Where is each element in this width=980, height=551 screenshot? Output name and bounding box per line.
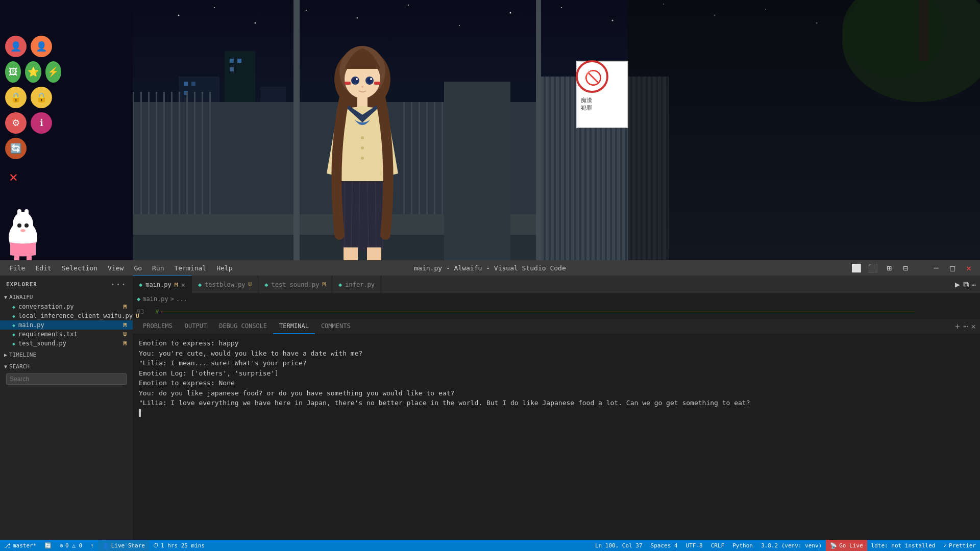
svg-rect-27 — [133, 92, 134, 260]
python-version-item[interactable]: 3.8.2 (venv: venv) — [757, 540, 826, 551]
indentation-item[interactable]: Spaces 4 — [647, 540, 682, 551]
timer-icon: ⏱ — [153, 542, 159, 549]
live-share-item[interactable]: 👤 Live Share — [98, 540, 149, 551]
section-header-aiwaifu[interactable]: ▼ AIWAIFU — [0, 292, 133, 302]
tab-terminal[interactable]: TERMINAL — [273, 319, 315, 334]
svg-line-109 — [368, 181, 369, 250]
menu-selection[interactable]: Selection — [58, 263, 102, 273]
menu-view[interactable]: View — [104, 263, 128, 273]
svg-rect-70 — [620, 77, 622, 260]
user-orange-icon[interactable]: 👤 — [31, 36, 52, 57]
cursor-position-item[interactable]: Ln 100, Col 37 — [591, 540, 647, 551]
search-input[interactable] — [6, 373, 127, 385]
close-x-button[interactable]: ✕ — [9, 168, 18, 185]
tab-test-sound-py[interactable]: ◆ test_sound.py M — [258, 276, 332, 293]
file-local-inference[interactable]: ◆ local_inference_client_waifu.py U — [0, 311, 133, 320]
file-main-py[interactable]: ◆ main.py M — [0, 320, 133, 330]
tab-close-main[interactable]: ✕ — [181, 281, 185, 289]
file-requirements[interactable]: ◆ requirements.txt U — [0, 330, 133, 339]
ldte-item[interactable]: ldte: not installed — [867, 540, 940, 551]
errors-item[interactable]: ⊗ 0 △ 0 — [56, 540, 86, 551]
close-btn[interactable]: ✕ — [963, 262, 975, 274]
svg-point-9 — [561, 7, 562, 8]
live-share-label: Live Share — [111, 542, 145, 549]
terminal-more-btn[interactable]: ⋯ — [963, 321, 968, 331]
terminal-tabs: PROBLEMS OUTPUT DEBUG CONSOLE TERMINAL C… — [133, 319, 980, 334]
terminal-close-btn[interactable]: ✕ — [971, 321, 976, 331]
svg-rect-94 — [374, 82, 380, 85]
file-conversation-py[interactable]: ◆ conversation.py M — [0, 302, 133, 311]
svg-point-8 — [510, 12, 511, 14]
prettier-item[interactable]: ✓ Prettier — [939, 540, 980, 551]
timer-item[interactable]: ⏱ 1 hrs 25 mins — [149, 540, 209, 551]
svg-rect-72 — [630, 77, 632, 260]
layout-btn-2[interactable]: ⬛ — [867, 262, 879, 274]
maximize-btn[interactable]: □ — [946, 262, 959, 274]
svg-point-97 — [353, 78, 358, 83]
chevron-down-icon: ▼ — [4, 294, 7, 300]
menu-help[interactable]: Help — [212, 263, 236, 273]
menu-edit[interactable]: Edit — [31, 263, 55, 273]
go-live-item[interactable]: 📡 Go Live — [826, 540, 867, 551]
svg-point-92 — [345, 60, 380, 98]
sync-item[interactable]: 🔄 — [40, 540, 56, 551]
svg-rect-53 — [444, 82, 510, 260]
layout-btn-1[interactable]: ⬜ — [850, 262, 863, 274]
svg-point-122 — [17, 223, 21, 228]
layout-btn-3[interactable]: ⊞ — [883, 262, 895, 274]
tab-debug-console[interactable]: DEBUG CONSOLE — [213, 319, 273, 334]
tab-main-py[interactable]: ◆ main.py M ✕ — [133, 276, 192, 293]
lock-yellow-icon[interactable]: 🔒 — [5, 87, 27, 108]
svg-rect-18 — [225, 51, 255, 230]
encoding-item[interactable]: UTF-8 — [682, 540, 707, 551]
svg-point-91 — [339, 46, 385, 97]
tab-testblow-py[interactable]: ◆ testblow.py U — [192, 276, 258, 293]
terminal-add-btn[interactable]: + — [955, 321, 960, 331]
breadcrumb-rest[interactable]: ... — [176, 295, 187, 303]
lock-yellow2-icon[interactable]: 🔒 — [31, 87, 52, 108]
more-actions-btn[interactable]: ⋯ — [972, 281, 976, 289]
image-green-icon[interactable]: 🖼 — [5, 61, 21, 83]
svg-rect-46 — [464, 102, 466, 260]
minimize-btn[interactable]: ─ — [930, 262, 942, 274]
run-button[interactable]: ▶ — [955, 280, 960, 289]
file-test-sound[interactable]: ◆ test_sound.py M — [0, 339, 133, 348]
menu-file[interactable]: File — [5, 263, 29, 273]
branch-icon: ⎇ — [4, 542, 11, 549]
svg-rect-75 — [646, 77, 648, 260]
bolt-green-icon[interactable]: ⚡ — [45, 61, 61, 83]
section-header-search[interactable]: ▼ SEARCH — [0, 362, 133, 371]
tab-output[interactable]: OUTPUT — [179, 319, 213, 334]
section-label-search: SEARCH — [9, 363, 30, 370]
menu-go[interactable]: Go — [130, 263, 146, 273]
file-badge-conversation: M — [123, 304, 127, 310]
git-branch-item[interactable]: ⎇ master* — [0, 540, 40, 551]
breadcrumb-file[interactable]: main.py — [142, 295, 168, 303]
layout-btn-4[interactable]: ⊟ — [899, 262, 912, 274]
tab-comments[interactable]: COMMENTS — [315, 319, 357, 334]
menu-run[interactable]: Run — [148, 263, 168, 273]
tab-problems[interactable]: PROBLEMS — [137, 319, 179, 334]
gear-red-icon[interactable]: ⚙ — [5, 112, 27, 134]
svg-point-16 — [918, 17, 919, 18]
svg-rect-21 — [191, 82, 195, 86]
tab-infer-py[interactable]: ◆ infer.py — [332, 276, 381, 293]
sidebar-dots[interactable]: ··· — [110, 280, 127, 289]
svg-rect-22 — [184, 91, 188, 95]
file-name-local: local_inference_client_waifu.py — [18, 312, 133, 319]
info-pink-icon[interactable]: ℹ — [31, 112, 52, 134]
language-item[interactable]: Python — [728, 540, 757, 551]
svg-rect-23 — [230, 59, 234, 63]
star-green-icon[interactable]: ⭐ — [25, 61, 41, 83]
line-ending-item[interactable]: CRLF — [707, 540, 729, 551]
push-item[interactable]: ↑ — [86, 540, 98, 551]
svg-rect-0 — [133, 0, 980, 260]
section-header-timeline[interactable]: ▶ TIMELINE — [0, 350, 133, 360]
split-editor-btn[interactable]: ⧉ — [963, 280, 969, 289]
anime-scene: 🚫 痴漢 犯罪 — [0, 0, 980, 260]
terminal-content[interactable]: Emotion to express: happy You: you're cu… — [133, 334, 980, 531]
refresh-brown-icon[interactable]: 🔄 — [5, 138, 27, 159]
user-red-icon[interactable]: 👤 — [5, 36, 27, 57]
menu-terminal[interactable]: Terminal — [170, 263, 211, 273]
statusbar-right: Ln 100, Col 37 Spaces 4 UTF-8 CRLF Pytho… — [591, 540, 980, 551]
